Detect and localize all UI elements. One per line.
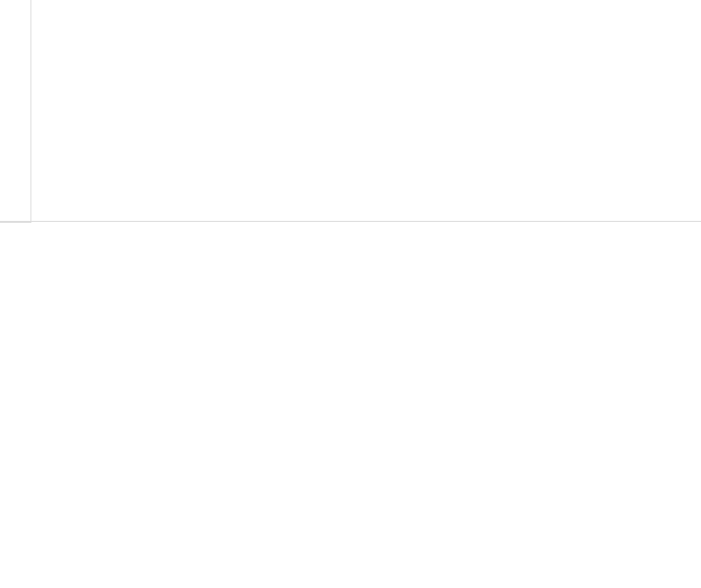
select-all-corner[interactable] xyxy=(0,222,31,223)
spreadsheet-grid[interactable] xyxy=(0,222,701,223)
fx-icon[interactable] xyxy=(0,0,31,221)
formula-input[interactable] xyxy=(31,0,701,221)
formula-bar-area xyxy=(0,0,701,222)
